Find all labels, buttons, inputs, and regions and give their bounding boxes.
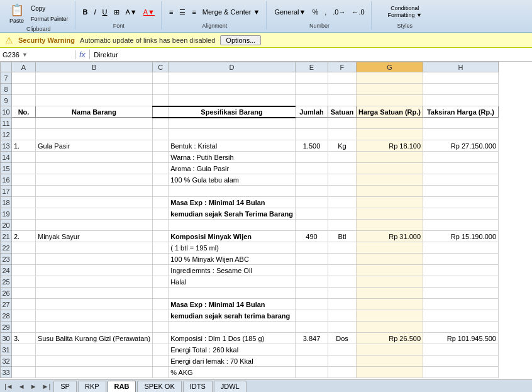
spreadsheet[interactable]: ABCDEFGH 78910No.Nama BarangSpesifikasi … xyxy=(0,62,532,379)
cell-20-0[interactable] xyxy=(12,220,36,231)
cell-14-0[interactable] xyxy=(12,152,36,163)
cell-21-0[interactable]: 2. xyxy=(12,231,36,242)
cell-10-7[interactable]: Taksiran Harga (Rp.) xyxy=(423,106,499,118)
cell-19-3[interactable]: kemudian sejak Serah Terima Barang xyxy=(169,208,296,220)
cell-17-2[interactable] xyxy=(153,186,169,197)
cell-32-7[interactable] xyxy=(423,356,499,367)
cell-13-4[interactable]: 1.500 xyxy=(295,140,328,152)
cell-25-4[interactable] xyxy=(295,276,328,288)
cell-9-3[interactable] xyxy=(169,95,296,106)
cell-14-1[interactable] xyxy=(36,152,153,163)
row-header-19[interactable]: 19 xyxy=(1,208,12,220)
tab-nav-next[interactable]: ► xyxy=(28,382,39,391)
col-header-H[interactable]: H xyxy=(423,62,499,72)
cell-31-4[interactable] xyxy=(295,344,328,356)
cell-22-2[interactable] xyxy=(153,242,169,254)
row-header-26[interactable]: 26 xyxy=(1,288,12,299)
fill-color-button[interactable]: A▼ xyxy=(123,7,140,17)
cell-24-1[interactable] xyxy=(36,265,153,276)
cell-19-0[interactable] xyxy=(12,208,36,220)
cell-17-5[interactable] xyxy=(328,186,356,197)
cell-15-0[interactable] xyxy=(12,163,36,174)
cell-13-6[interactable]: Rp 18.100 xyxy=(356,140,423,152)
cell-28-6[interactable] xyxy=(356,310,423,322)
cell-12-5[interactable] xyxy=(328,129,356,140)
cell-20-5[interactable] xyxy=(328,220,356,231)
cell-27-5[interactable] xyxy=(328,299,356,310)
cell-10-5[interactable]: Satuan xyxy=(328,106,356,118)
cell-9-1[interactable] xyxy=(36,95,153,106)
cell-19-5[interactable] xyxy=(328,208,356,220)
cell-28-4[interactable] xyxy=(295,310,328,322)
cell-30-0[interactable]: 3. xyxy=(12,333,36,344)
cell-28-3[interactable]: kemudian sejak serah terima barang xyxy=(169,310,296,322)
cell-18-7[interactable] xyxy=(423,197,499,208)
cell-11-7[interactable] xyxy=(423,118,499,129)
percent-button[interactable]: % xyxy=(309,7,321,17)
cell-21-1[interactable]: Minyak Sayur xyxy=(36,231,153,242)
row-header-20[interactable]: 20 xyxy=(1,220,12,231)
cell-12-6[interactable] xyxy=(356,129,423,140)
cell-30-7[interactable]: Rp 101.945.500 xyxy=(423,333,499,344)
cell-11-2[interactable] xyxy=(153,118,169,129)
cell-17-0[interactable] xyxy=(12,186,36,197)
cell-7-2[interactable] xyxy=(153,72,169,84)
cell-21-6[interactable]: Rp 31.000 xyxy=(356,231,423,242)
cell-13-2[interactable] xyxy=(153,140,169,152)
row-header-9[interactable]: 9 xyxy=(1,95,12,106)
cell-7-7[interactable] xyxy=(423,72,499,84)
sheet-tab-sp[interactable]: SP xyxy=(53,381,77,392)
cell-18-1[interactable] xyxy=(36,197,153,208)
cell-23-4[interactable] xyxy=(295,254,328,265)
row-header-8[interactable]: 8 xyxy=(1,84,12,95)
row-header-12[interactable]: 12 xyxy=(1,129,12,140)
cell-17-6[interactable] xyxy=(356,186,423,197)
cell-18-4[interactable] xyxy=(295,197,328,208)
cell-26-5[interactable] xyxy=(328,288,356,299)
sheet-tab-idts[interactable]: IDTS xyxy=(183,381,213,392)
cell-26-6[interactable] xyxy=(356,288,423,299)
cell-7-1[interactable] xyxy=(36,72,153,84)
paste-button[interactable]: 📋 Paste xyxy=(6,1,27,26)
cell-33-4[interactable] xyxy=(295,367,328,378)
cell-32-0[interactable] xyxy=(12,356,36,367)
cell-14-4[interactable] xyxy=(295,152,328,163)
cell-25-6[interactable] xyxy=(356,276,423,288)
col-header-F[interactable]: F xyxy=(328,62,356,72)
cell-16-7[interactable] xyxy=(423,174,499,186)
cell-12-4[interactable] xyxy=(295,129,328,140)
cell-29-7[interactable] xyxy=(423,322,499,333)
cell-20-2[interactable] xyxy=(153,220,169,231)
cell-18-3[interactable]: Masa Exp : Minimal 14 Bulan xyxy=(169,197,296,208)
align-center-button[interactable]: ☰ xyxy=(177,7,188,18)
cell-23-7[interactable] xyxy=(423,254,499,265)
cell-11-4[interactable] xyxy=(295,118,328,129)
merge-center-button[interactable]: Merge & Center ▼ xyxy=(200,7,263,17)
cell-24-5[interactable] xyxy=(328,265,356,276)
cell-11-3[interactable] xyxy=(169,118,296,129)
cell-15-5[interactable] xyxy=(328,163,356,174)
cell-7-0[interactable] xyxy=(12,72,36,84)
cell-33-7[interactable] xyxy=(423,367,499,378)
decrease-decimal-button[interactable]: ←.0 xyxy=(349,7,367,17)
cell-12-3[interactable] xyxy=(169,129,296,140)
cell-13-3[interactable]: Bentuk : Kristal xyxy=(169,140,296,152)
row-header-24[interactable]: 24 xyxy=(1,265,12,276)
cell-9-6[interactable] xyxy=(356,95,423,106)
tab-nav-last[interactable]: ►| xyxy=(40,382,53,391)
cell-30-5[interactable]: Dos xyxy=(328,333,356,344)
cell-23-6[interactable] xyxy=(356,254,423,265)
cell-15-1[interactable] xyxy=(36,163,153,174)
cell-23-5[interactable] xyxy=(328,254,356,265)
cell-19-6[interactable] xyxy=(356,208,423,220)
row-header-28[interactable]: 28 xyxy=(1,310,12,322)
cell-21-7[interactable]: Rp 15.190.000 xyxy=(423,231,499,242)
cell-24-3[interactable]: Ingrediemnts : Sesame Oil xyxy=(169,265,296,276)
cell-29-5[interactable] xyxy=(328,322,356,333)
row-header-13[interactable]: 13 xyxy=(1,140,12,152)
cell-17-7[interactable] xyxy=(423,186,499,197)
row-header-16[interactable]: 16 xyxy=(1,174,12,186)
cell-20-3[interactable] xyxy=(169,220,296,231)
cell-17-1[interactable] xyxy=(36,186,153,197)
cell-30-4[interactable]: 3.847 xyxy=(295,333,328,344)
